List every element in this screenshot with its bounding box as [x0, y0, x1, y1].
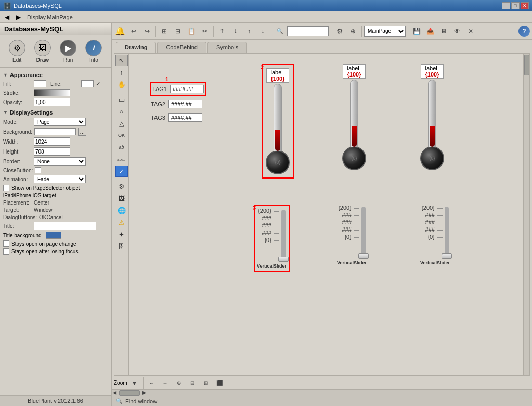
save-btn[interactable]: 💾 — [410, 25, 423, 37]
warning-tool[interactable]: ⚠ — [115, 217, 128, 228]
animation-select[interactable]: Fade — [34, 175, 86, 183]
poly-tool[interactable]: △ — [115, 118, 128, 129]
link-tool[interactable]: 🌐 — [115, 205, 128, 216]
forward-button[interactable]: ▶ — [14, 12, 23, 22]
slider1-handle[interactable] — [278, 257, 289, 262]
slider2-track[interactable] — [361, 207, 366, 259]
border-select[interactable]: None — [34, 157, 86, 166]
db-tool[interactable]: 🗄 — [115, 240, 128, 252]
search-input[interactable] — [287, 26, 329, 36]
bottom-btn-6[interactable]: ⬛ — [213, 377, 226, 389]
title-input[interactable] — [34, 222, 96, 230]
canvas-inner: ↖ ↑ ✋ ▭ ○ △ OK ab ab▭ ✓ ⚙ 🖼 🌐 ⚠ ✦ — [114, 54, 529, 375]
toolbar-btn-9[interactable]: ⤓ — [229, 25, 242, 37]
close-button[interactable]: ✕ — [521, 2, 529, 9]
bottom-btn-2[interactable]: → — [159, 377, 172, 389]
title-bar: 🗄️ Databases-MySQL ─ □ ✕ — [0, 0, 532, 11]
opacity-input[interactable]: 1,00 — [34, 98, 70, 106]
toolbar-btn-4[interactable]: ⊞ — [158, 25, 171, 37]
image-tool[interactable]: 🖼 — [115, 193, 128, 204]
titlebg-color[interactable] — [46, 232, 61, 239]
horizontal-scrollbar[interactable]: ◀ ▶ — [112, 389, 532, 396]
stays-open-focus-checkbox[interactable] — [3, 248, 9, 255]
slider1-track[interactable] — [281, 210, 286, 262]
closebtn-checkbox[interactable] — [35, 167, 41, 173]
ellipse-tool[interactable]: ○ — [115, 106, 128, 117]
info-tool[interactable]: i Info — [83, 39, 104, 64]
line-color[interactable] — [81, 80, 94, 87]
toolbar-btn-1[interactable]: 🔔 — [114, 25, 126, 37]
minimize-button[interactable]: ─ — [502, 2, 510, 9]
cursor-tool[interactable]: ↑ — [115, 67, 128, 78]
toolbar-btn-8[interactable]: ⤒ — [216, 25, 228, 37]
toolbar-btn-10[interactable]: ↑ — [243, 25, 255, 37]
text-tool[interactable]: ab — [115, 142, 128, 153]
component-tool[interactable]: ⚙ — [115, 181, 128, 192]
bottom-btn-5[interactable]: ⊞ — [200, 377, 212, 389]
tab-symbols[interactable]: Symbols — [207, 42, 247, 53]
tag1-row: TAG1 ####.## — [151, 84, 205, 94]
thermo3-tube — [428, 80, 436, 147]
stays-open-checkbox[interactable] — [3, 240, 9, 247]
check-tool[interactable]: ✓ — [115, 166, 128, 177]
hscroll-left[interactable]: ◀ — [112, 390, 118, 396]
drawing-canvas[interactable]: 1 TAG1 ####.## TAG2 ####.## TAG — [129, 54, 523, 375]
settings-btn[interactable]: 🖥 — [437, 25, 450, 37]
toolbar-btn-7[interactable]: ✂ — [199, 25, 211, 37]
page-selector-checkbox[interactable] — [3, 185, 9, 191]
zoom-area: Zoom ▼ — [114, 377, 141, 389]
slider2-dashes: — — — — — — [354, 205, 359, 240]
toolbar-btn-6[interactable]: 📋 — [185, 25, 198, 37]
background-label: Background: — [3, 129, 32, 135]
toolbar-btn-13[interactable]: ⚙ — [333, 25, 346, 37]
hscroll-right[interactable]: ▶ — [141, 390, 147, 396]
toolbar-btn-5[interactable]: ⊟ — [172, 25, 184, 37]
rect-tool[interactable]: ▭ — [115, 94, 128, 105]
appearance-section-header[interactable]: ▼ Appearance — [3, 72, 108, 78]
hscroll-thumb[interactable] — [119, 390, 140, 396]
page-select[interactable]: MainPage — [364, 26, 406, 37]
export-btn[interactable]: 📤 — [424, 25, 436, 37]
maximize-button[interactable]: □ — [511, 2, 520, 9]
vertical-scrollbar[interactable] — [523, 54, 529, 375]
tab-codebehind[interactable]: CodeBehind — [157, 42, 206, 53]
display-settings-header[interactable]: ▼ DisplaySettings — [3, 109, 108, 116]
close-btn-toolbar[interactable]: ✕ — [464, 25, 477, 37]
tag1-value[interactable]: ####.## — [170, 85, 204, 93]
select-tool[interactable]: ↖ — [115, 55, 128, 66]
draw-tool[interactable]: 🖼 Draw — [32, 39, 53, 64]
scrollbar-thumb[interactable] — [524, 55, 529, 75]
width-input[interactable]: 1024 — [34, 137, 70, 146]
star-tool[interactable]: ✦ — [115, 229, 128, 240]
slider3-handle[interactable] — [442, 253, 452, 259]
help-button[interactable]: ? — [518, 26, 530, 37]
tag3-value[interactable]: ####.## — [168, 113, 202, 122]
height-input[interactable]: 708 — [34, 147, 70, 156]
view-btn[interactable]: 👁 — [451, 25, 463, 37]
run-tool[interactable]: ▶ Run — [58, 39, 79, 64]
slider3-track[interactable] — [445, 207, 449, 259]
tab-drawing[interactable]: Drawing — [116, 42, 156, 53]
bottom-btn-1[interactable]: ← — [146, 377, 158, 389]
toolbar-btn-3[interactable]: ↪ — [141, 25, 153, 37]
toolbar-btn-2[interactable]: ↩ — [127, 25, 140, 37]
bottom-btn-4[interactable]: ⊟ — [186, 377, 199, 389]
toolbar-btn-14[interactable]: ⊕ — [347, 25, 359, 37]
zoom-dropdown[interactable]: ▼ — [128, 377, 141, 389]
background-color[interactable] — [34, 128, 76, 135]
fill-color[interactable] — [34, 80, 46, 87]
toolbar-btn-12[interactable]: 🔍 — [274, 25, 286, 37]
textbox-tool[interactable]: ab▭ — [115, 154, 128, 165]
edit-tool[interactable]: ⚙ Edit — [7, 39, 28, 64]
background-dots[interactable]: … — [78, 128, 86, 136]
line-check[interactable]: ✓ — [96, 80, 101, 87]
bottom-btn-3[interactable]: ⊕ — [173, 377, 185, 389]
back-button[interactable]: ◀ — [2, 12, 11, 22]
hand-tool[interactable]: ✋ — [115, 79, 128, 90]
ok-tool[interactable]: OK — [115, 130, 128, 141]
toolbar-btn-11[interactable]: ↓ — [256, 25, 269, 37]
mode-select[interactable]: Page — [34, 118, 86, 126]
stroke-gradient[interactable] — [34, 89, 70, 96]
slider2-handle[interactable] — [358, 253, 369, 259]
tag2-value[interactable]: ####.## — [168, 100, 202, 108]
